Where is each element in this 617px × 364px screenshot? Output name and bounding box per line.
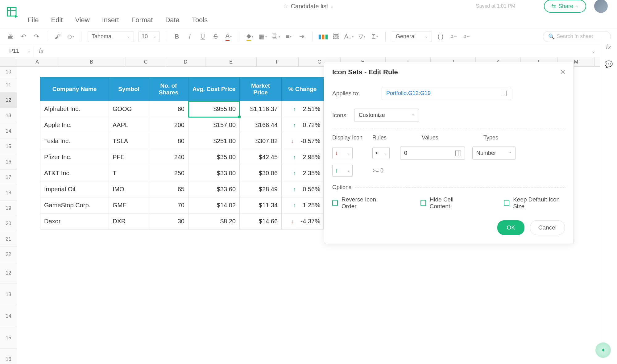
cell-change[interactable]: ↑ 1.25%	[282, 197, 324, 213]
print-icon[interactable]: 🖶	[6, 32, 15, 41]
cell-market[interactable]: $1,116.37	[240, 101, 282, 117]
fx-panel-icon[interactable]: fx	[606, 43, 611, 51]
cell-market[interactable]: $28.49	[240, 181, 282, 197]
col-header-e[interactable]: E	[205, 57, 257, 66]
table-header[interactable]: No. of Shares	[149, 77, 188, 101]
icons-select[interactable]: Customize ⌄	[354, 109, 419, 122]
col-header-a[interactable]: A	[17, 57, 57, 66]
row-header[interactable]: 14	[0, 123, 17, 139]
row-header[interactable]: 22	[0, 247, 17, 262]
cell-shares[interactable]: 70	[149, 197, 188, 213]
cell-symbol[interactable]: TSLA	[109, 133, 149, 149]
table-header[interactable]: Symbol	[109, 77, 149, 101]
title-chevron-icon[interactable]: ⌄	[330, 4, 334, 9]
select-all-corner[interactable]	[0, 57, 17, 66]
help-button[interactable]: ✦	[595, 342, 611, 358]
user-avatar[interactable]	[594, 0, 608, 13]
cell-change[interactable]: ↑ 2.51%	[282, 101, 324, 117]
comments-panel-icon[interactable]: 💬	[604, 60, 613, 68]
decrease-decimal-icon[interactable]: .0←	[462, 32, 471, 41]
cell-change[interactable]: ↑ 2.35%	[282, 165, 324, 181]
type-select[interactable]: Number ⌄	[472, 147, 516, 160]
share-button[interactable]: ⇆ Share ⌄	[544, 0, 586, 13]
image-icon[interactable]: 🖼	[332, 32, 340, 41]
underline-icon[interactable]: U	[198, 32, 207, 41]
number-format-select[interactable]: General⌄	[392, 31, 432, 42]
cell-symbol[interactable]: DXR	[109, 213, 149, 230]
row-header[interactable]: 21	[0, 231, 17, 247]
text-color-icon[interactable]: A	[224, 32, 233, 41]
cell-company[interactable]: Imperial Oil	[40, 181, 109, 197]
cell-change[interactable]: ↑ 0.72%	[282, 117, 324, 133]
applies-to-input[interactable]: Portfolio.G12:G19	[382, 87, 511, 100]
undo-icon[interactable]: ↶	[19, 32, 28, 41]
cell-change[interactable]: ↑ 0.56%	[282, 181, 324, 197]
cell-company[interactable]: Tesla Inc.	[40, 133, 109, 149]
parentheses-icon[interactable]: ( )	[436, 32, 445, 41]
align-icon[interactable]: ≡	[284, 32, 293, 41]
cell-shares[interactable]: 240	[149, 149, 188, 165]
row-header[interactable]: 13	[0, 284, 17, 305]
cell-market[interactable]: $30.06	[240, 165, 282, 181]
row-header[interactable]: 16	[0, 154, 17, 170]
cell-change[interactable]: ↓ -4.37%	[282, 213, 324, 230]
row-header[interactable]: 10	[0, 67, 17, 77]
row-header[interactable]: 11	[0, 77, 17, 93]
row-header[interactable]: 20	[0, 216, 17, 231]
chart-icon[interactable]: ▮▮▮	[319, 32, 327, 41]
row-header[interactable]: 16	[0, 349, 17, 364]
display-icon-picker[interactable]: ↑ ⌄	[332, 165, 353, 177]
italic-icon[interactable]: I	[185, 32, 194, 41]
merge-icon[interactable]: ⿻	[271, 32, 280, 41]
cell-shares[interactable]: 65	[149, 181, 188, 197]
cell-company[interactable]: AT&T Inc.	[40, 165, 109, 181]
menu-data[interactable]: Data	[165, 16, 179, 24]
cell-cost[interactable]: $8.20	[188, 213, 240, 230]
col-header-b[interactable]: B	[57, 57, 126, 66]
strikethrough-icon[interactable]: S	[211, 32, 220, 41]
cell-cost[interactable]: $33.00	[188, 165, 240, 181]
value-input[interactable]: 0	[400, 147, 465, 160]
reverse-icon-order-checkbox[interactable]: Reverse Icon Order	[332, 196, 387, 210]
menu-view[interactable]: View	[75, 16, 89, 24]
display-icon-picker[interactable]: ↓ ⌄	[332, 147, 353, 159]
wrap-icon[interactable]: ⇥	[297, 32, 306, 41]
bold-icon[interactable]: B	[172, 32, 181, 41]
paint-format-icon[interactable]: 🖌	[53, 32, 62, 41]
range-picker-icon[interactable]	[455, 151, 461, 156]
close-icon[interactable]: ✕	[560, 68, 565, 76]
formula-icon[interactable]: Σ	[371, 32, 379, 41]
row-header[interactable]: 15	[0, 139, 17, 154]
cell-symbol[interactable]: GOOG	[109, 101, 149, 117]
cell-company[interactable]: Alphabet Inc.	[40, 101, 109, 117]
menu-edit[interactable]: Edit	[51, 16, 63, 24]
ok-button[interactable]: OK	[497, 220, 524, 235]
borders-icon[interactable]: ▦	[259, 32, 267, 41]
cell-market[interactable]: $14.66	[240, 213, 282, 230]
menu-tools[interactable]: Tools	[192, 16, 208, 24]
cell-company[interactable]: Apple Inc.	[40, 117, 109, 133]
cell-reference-box[interactable]: P11 ⌄	[0, 45, 34, 57]
row-header[interactable]: 17	[0, 170, 17, 185]
app-logo[interactable]	[6, 6, 19, 19]
row-header[interactable]: 12	[0, 93, 17, 108]
menu-file[interactable]: File	[28, 16, 39, 24]
cell-shares[interactable]: 80	[149, 133, 188, 149]
cell-cost[interactable]: $35.00	[188, 149, 240, 165]
col-header-f[interactable]: F	[257, 57, 299, 66]
table-header[interactable]: Market Price	[240, 77, 282, 101]
favorite-star-icon[interactable]: ☆	[283, 3, 288, 10]
table-header[interactable]: Company Name	[40, 77, 109, 101]
table-header[interactable]: Avg. Cost Price	[188, 77, 240, 101]
cell-shares[interactable]: 30	[149, 213, 188, 230]
col-header-c[interactable]: C	[126, 57, 166, 66]
cancel-button[interactable]: Cancel	[530, 220, 565, 235]
row-header[interactable]: 15	[0, 327, 17, 349]
row-header[interactable]: 18	[0, 185, 17, 201]
clear-format-icon[interactable]: ◇	[66, 32, 75, 41]
font-size-select[interactable]: 10⌄	[138, 31, 160, 42]
keep-default-icon-size-checkbox[interactable]: Keep Default Icon Size	[504, 196, 565, 210]
menu-format[interactable]: Format	[131, 16, 153, 24]
range-picker-icon[interactable]	[501, 91, 507, 96]
cell-cost[interactable]: $251.00	[188, 133, 240, 149]
